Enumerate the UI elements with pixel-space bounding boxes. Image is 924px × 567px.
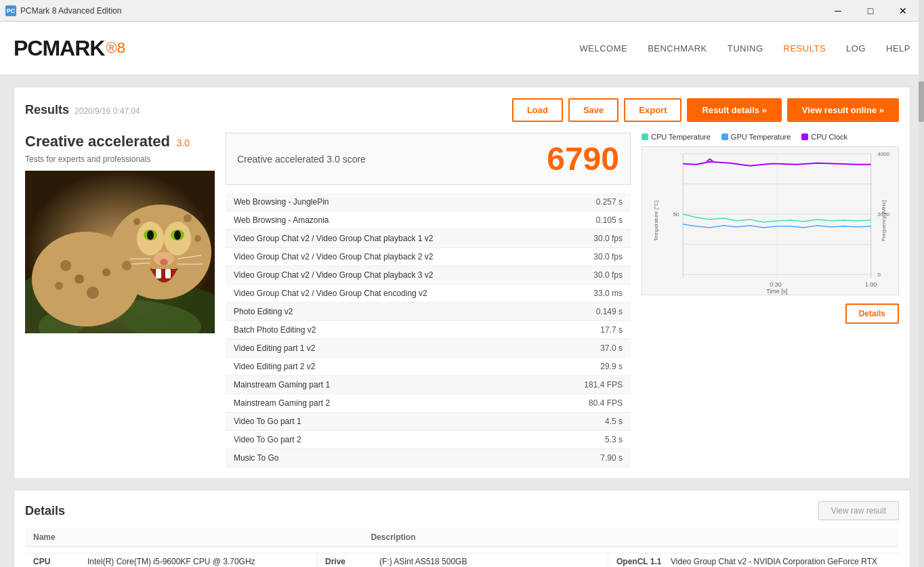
benchmark-row-value: 0.257 s [549, 193, 631, 211]
score-row: Creative accelerated 3.0 score 6790 [226, 133, 631, 185]
benchmark-row-value: 0.105 s [549, 211, 631, 230]
svg-point-23 [102, 268, 110, 276]
minimize-button[interactable]: ─ [822, 0, 854, 22]
svg-text:4000: 4000 [878, 151, 890, 157]
close-button[interactable]: ✕ [887, 0, 919, 22]
nav-log[interactable]: LOG [846, 43, 866, 54]
nav-help[interactable]: HELP [886, 43, 910, 54]
benchmark-row-value: 181.4 FPS [549, 376, 631, 394]
svg-text:Temperature [°C]: Temperature [°C] [653, 201, 659, 241]
benchmark-row-name: Video Group Chat v2 / Video Group Chat e… [226, 285, 549, 303]
results-card: Results 2020/9/16 0:47:04 Load Save Expo… [14, 87, 910, 479]
legend-gpu-temp-label: GPU Temperature [731, 133, 791, 141]
svg-point-13 [160, 259, 168, 266]
action-buttons: Load Save Export Result details » View r… [512, 98, 899, 122]
nav-welcome[interactable]: WELCOME [579, 43, 627, 54]
benchmark-row-name: Music To Go [226, 449, 549, 467]
details-button[interactable]: Details [845, 303, 899, 324]
benchmark-row-name: Video Group Chat v2 / Video Group Chat p… [226, 248, 549, 266]
results-center: Creative accelerated 3.0 score 6790 Web … [226, 133, 631, 467]
details-info-table: Name Description [25, 528, 899, 547]
load-button[interactable]: Load [512, 98, 563, 122]
drive1-row: Drive (F:) ASint AS518 500GB [317, 553, 608, 567]
maximize-button[interactable]: □ [855, 0, 886, 22]
results-title: Results [25, 103, 69, 117]
table-row: Video Group Chat v2 / Video Group Chat e… [226, 285, 631, 303]
titlebar: PC PCMark 8 Advanced Edition ─ □ ✕ [0, 0, 924, 22]
scrollbar-thumb[interactable] [919, 81, 924, 122]
opencl1-value: Video Group Chat v2 - NVIDIA Corporation… [671, 557, 891, 567]
drive1-value: (F:) ASint AS518 500GB [379, 557, 600, 566]
table-row: Video Group Chat v2 / Video Group Chat p… [226, 266, 631, 285]
details-header: Details View raw result [25, 501, 899, 520]
drive1-label: Drive [325, 557, 379, 566]
svg-text:Time [s]: Time [s] [766, 288, 787, 295]
score-value: 6790 [547, 140, 619, 177]
results-left: Creative accelerated 3.0 Tests for exper… [25, 133, 215, 467]
svg-point-21 [75, 274, 84, 284]
cpu-label: CPU [33, 557, 87, 566]
svg-point-25 [133, 218, 140, 225]
benchmark-row-value: 0.149 s [549, 303, 631, 321]
benchmark-title: Creative accelerated [25, 133, 170, 150]
benchmark-row-name: Web Browsing - JunglePin [226, 193, 549, 211]
benchmark-row-name: Video Group Chat v2 / Video Group Chat p… [226, 266, 549, 285]
export-button[interactable]: Export [624, 98, 681, 122]
svg-point-26 [184, 214, 192, 222]
cpu-row: CPU Intel(R) Core(TM) i5-9600KF CPU @ 3.… [25, 553, 316, 567]
benchmark-row-value: 30.0 fps [549, 248, 631, 266]
table-row: Video Editing part 2 v229.9 s [226, 358, 631, 376]
benchmark-row-name: Video Editing part 1 v2 [226, 339, 549, 358]
nav-benchmark[interactable]: BENCHMARK [648, 43, 707, 54]
legend-cpu-clock: CPU Clock [801, 133, 847, 141]
svg-point-5 [110, 205, 211, 299]
navbar: PCMARK ®8 WELCOME BENCHMARK TUNING RESUL… [0, 22, 924, 76]
svg-point-10 [147, 230, 154, 240]
nav-links: WELCOME BENCHMARK TUNING RESULTS LOG HEL… [579, 43, 910, 54]
nav-tuning[interactable]: TUNING [728, 43, 763, 54]
benchmark-row-value: 30.0 fps [549, 266, 631, 285]
opencl1-row: OpenCL 1.1 Video Group Chat v2 - NVIDIA … [608, 553, 899, 567]
app-icon: PC [5, 5, 16, 16]
table-row: Video To Go part 14.5 s [226, 413, 631, 431]
legend-cpu-clock-label: CPU Clock [811, 133, 847, 141]
svg-text:0:30: 0:30 [770, 281, 781, 288]
result-details-button[interactable]: Result details » [687, 98, 781, 122]
results-title-group: Results 2020/9/16 0:47:04 [25, 103, 140, 117]
logo-text: PCMARK [14, 36, 104, 61]
svg-point-27 [194, 235, 201, 242]
window-controls: ─ □ ✕ [822, 0, 919, 22]
legend-gpu-temp: GPU Temperature [721, 133, 791, 141]
nav-results[interactable]: RESULTS [784, 43, 826, 54]
details-bottom-grid: CPU Intel(R) Core(TM) i5-9600KF CPU @ 3.… [25, 553, 899, 567]
benchmark-row-name: Video Group Chat v2 / Video Group Chat p… [226, 230, 549, 248]
svg-text:1:00: 1:00 [865, 281, 877, 288]
benchmark-row-name: Mainstream Gaming part 1 [226, 376, 549, 394]
view-online-button[interactable]: View result online » [787, 98, 899, 122]
table-row: Video Editing part 1 v237.0 s [226, 339, 631, 358]
opencl1-label: OpenCL 1.1 [616, 557, 671, 567]
logo-mark: ®8 [106, 39, 125, 57]
benchmark-table: Web Browsing - JunglePin0.257 sWeb Brows… [226, 193, 631, 467]
benchmark-row-name: Video To Go part 1 [226, 413, 549, 431]
benchmark-row-name: Video Editing part 2 v2 [226, 358, 549, 376]
benchmark-version: 3.0 [176, 138, 189, 148]
results-header: Results 2020/9/16 0:47:04 Load Save Expo… [25, 98, 899, 122]
main-content: Results 2020/9/16 0:47:04 Load Save Expo… [0, 76, 924, 567]
table-row: Music To Go7.90 s [226, 449, 631, 467]
details-system-col: CPU Intel(R) Core(TM) i5-9600KF CPU @ 3.… [25, 553, 316, 567]
benchmark-row-name: Mainstream Gaming part 2 [226, 394, 549, 413]
svg-point-28 [122, 261, 131, 270]
view-raw-button[interactable]: View raw result [818, 501, 899, 520]
legend-dot-green [642, 133, 648, 140]
save-button[interactable]: Save [568, 98, 618, 122]
description-header: Description [362, 528, 899, 547]
details-drive-col: Drive (F:) ASint AS518 500GB Drive (C:) … [316, 553, 608, 567]
scrollbar[interactable] [919, 0, 924, 567]
logo: PCMARK ®8 [14, 36, 125, 61]
svg-rect-14 [156, 269, 161, 278]
table-row: Web Browsing - JunglePin0.257 s [226, 193, 631, 211]
results-right: CPU Temperature GPU Temperature CPU Cloc… [642, 133, 899, 467]
benchmark-row-name: Web Browsing - Amazonia [226, 211, 549, 230]
chart-container: 0:30 1:00 Time [s] 50 4000 2000 0 Temper… [642, 146, 899, 295]
